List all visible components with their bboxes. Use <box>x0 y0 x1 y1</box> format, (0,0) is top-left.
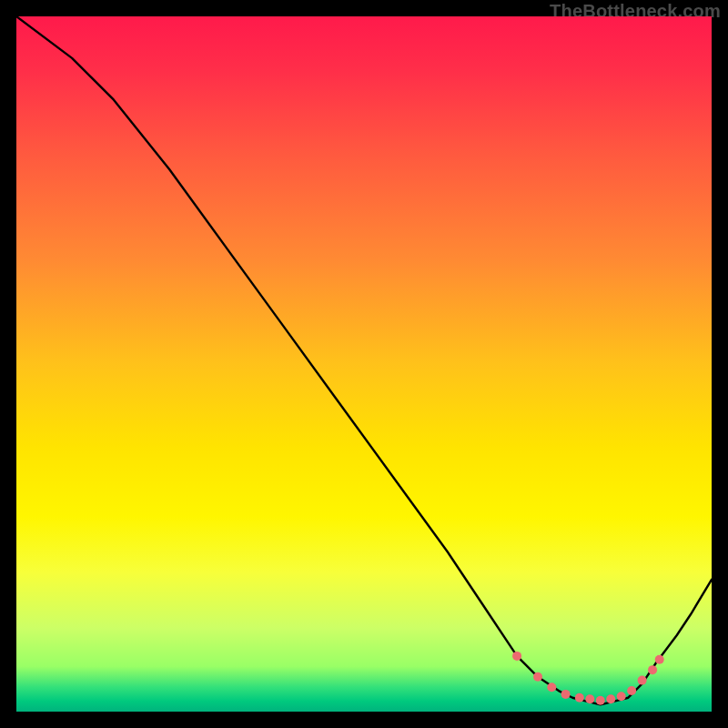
highlight-point <box>533 672 542 682</box>
highlight-point <box>596 696 605 705</box>
highlight-point <box>547 682 556 692</box>
highlight-point <box>648 665 657 674</box>
highlight-point <box>638 676 647 685</box>
highlight-point <box>617 692 626 701</box>
gradient-background <box>16 16 712 712</box>
highlight-point <box>575 693 584 703</box>
highlight-point <box>561 690 571 699</box>
chart-stage: TheBottleneck.com <box>0 0 728 728</box>
highlight-point <box>655 655 664 664</box>
highlight-point <box>627 686 636 695</box>
bottleneck-chart <box>16 16 712 712</box>
highlight-point <box>512 652 521 661</box>
highlight-point <box>606 694 615 703</box>
highlight-point <box>585 694 594 703</box>
